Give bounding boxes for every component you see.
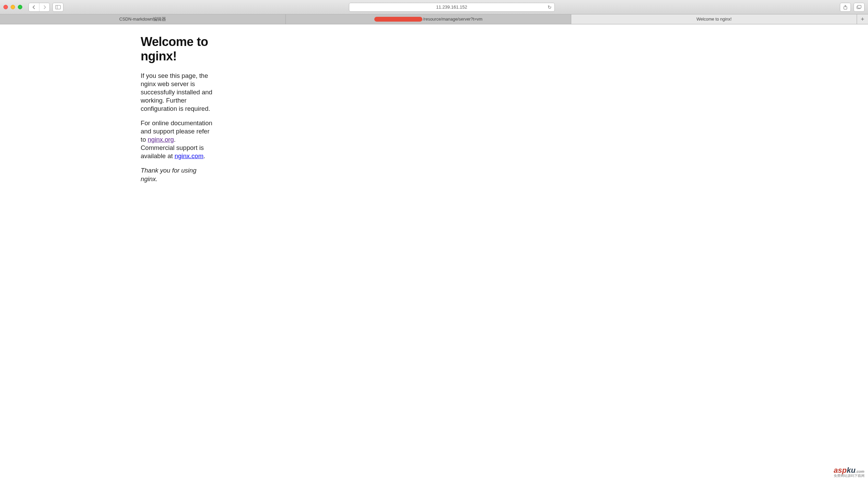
tab-label: /resource/manage/server?t=vm <box>423 17 482 22</box>
thanks-paragraph: Thank you for using nginx. <box>141 166 213 183</box>
address-bar[interactable]: 11.239.161.152 ↻ <box>349 3 555 12</box>
redacted-block <box>374 17 422 22</box>
thanks-text: Thank you for using nginx. <box>141 167 196 182</box>
address-text: 11.239.161.152 <box>436 4 467 10</box>
docs-paragraph: For online documentation and support ple… <box>141 119 213 160</box>
tab-csdn[interactable]: CSDN-markdown编辑器 <box>0 14 286 24</box>
address-bar-container: 11.239.161.152 ↻ <box>66 3 837 12</box>
close-window-button[interactable] <box>3 5 8 9</box>
docs-text-post: . <box>174 136 176 143</box>
page-body: Welcome to nginx! If you see this page, … <box>0 24 213 183</box>
new-tab-button[interactable]: + <box>857 14 868 24</box>
sidebar-toggle-button[interactable] <box>52 3 63 12</box>
forward-button[interactable] <box>39 3 49 11</box>
nginx-org-link[interactable]: nginx.org <box>148 136 174 143</box>
svg-rect-4 <box>858 5 861 8</box>
nav-back-forward <box>28 3 50 12</box>
tab-label: CSDN-markdown编辑器 <box>119 16 166 22</box>
minimize-window-button[interactable] <box>11 5 15 9</box>
svg-rect-0 <box>56 5 61 9</box>
toolbar-right-buttons <box>840 3 865 12</box>
window-controls <box>3 5 22 9</box>
tabs-overview-button[interactable] <box>854 3 865 12</box>
page-title: Welcome to nginx! <box>141 35 213 63</box>
maximize-window-button[interactable] <box>18 5 22 9</box>
commercial-text-post: . <box>203 152 205 160</box>
intro-paragraph: If you see this page, the nginx web serv… <box>141 72 213 113</box>
browser-toolbar: 11.239.161.152 ↻ <box>0 0 868 14</box>
reload-icon[interactable]: ↻ <box>548 4 552 10</box>
tab-label: Welcome to nginx! <box>696 17 732 22</box>
back-button[interactable] <box>29 3 39 11</box>
tab-welcome-nginx[interactable]: Welcome to nginx! <box>571 14 857 24</box>
nginx-com-link[interactable]: nginx.com <box>175 152 203 160</box>
tab-bar: CSDN-markdown编辑器 /resource/manage/server… <box>0 14 868 24</box>
share-button[interactable] <box>840 3 851 12</box>
tab-resource-manage[interactable]: /resource/manage/server?t=vm <box>286 14 572 24</box>
